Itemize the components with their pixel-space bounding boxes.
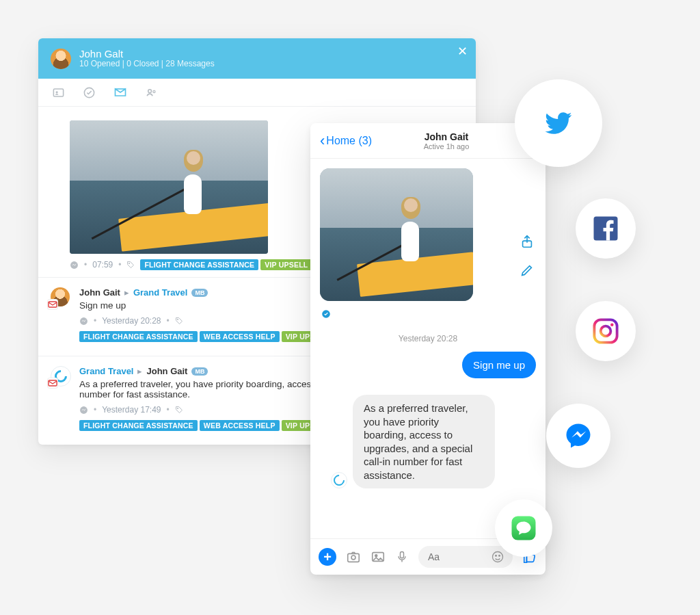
messenger-channel-icon — [79, 317, 88, 326]
tag[interactable]: WEB ACCESS HELP — [200, 331, 280, 342]
messenger-channel-icon — [70, 261, 79, 270]
back-label: Home (3) — [326, 135, 372, 147]
attachment-actions — [520, 234, 535, 278]
gallery-icon[interactable] — [371, 549, 386, 564]
svg-point-26 — [610, 323, 614, 326]
presence-status: Active 1h ago — [424, 142, 470, 151]
svg-rect-7 — [49, 302, 57, 307]
svg-point-20 — [493, 552, 503, 562]
phone-header: ‹ Home (3) John Gait Active 1h ago — [310, 123, 546, 159]
customer-avatar — [51, 49, 71, 69]
channel-pill: MB — [191, 289, 208, 297]
tag[interactable]: FLIGHT CHANGE ASSISTANCE — [140, 259, 258, 270]
camera-icon[interactable] — [346, 549, 361, 564]
social-twitter-icon — [515, 79, 602, 167]
conversation-timestamp: Yesterday 20:28 — [320, 334, 536, 343]
tab-profile[interactable] — [52, 86, 65, 99]
social-sms-icon — [495, 499, 552, 557]
svg-rect-19 — [401, 552, 404, 558]
social-facebook-icon — [576, 198, 636, 259]
to-org: Grand Travel — [133, 287, 187, 298]
to-user: John Gait — [146, 366, 187, 376]
agent-tabs — [38, 79, 476, 107]
tag[interactable]: FLIGHT CHANGE ASSISTANCE — [79, 420, 198, 431]
from-org: Grand Travel — [79, 366, 133, 376]
svg-rect-24 — [594, 319, 617, 342]
chevron-left-icon: ‹ — [320, 133, 325, 148]
customer-name: John Galt — [79, 48, 215, 60]
share-icon[interactable] — [520, 234, 535, 249]
back-button[interactable]: ‹ Home (3) — [320, 133, 372, 148]
tag[interactable]: FLIGHT CHANGE ASSISTANCE — [79, 331, 198, 342]
svg-point-12 — [177, 408, 178, 408]
message-attachment-image[interactable] — [70, 120, 268, 254]
conversation-title: John Gait — [424, 131, 470, 142]
channel-badge — [48, 300, 57, 309]
social-instagram-icon — [576, 301, 636, 361]
channel-pill: MB — [191, 367, 208, 376]
svg-point-22 — [499, 555, 500, 557]
messenger-channel-icon — [79, 406, 88, 415]
svg-point-3 — [148, 89, 152, 92]
emoji-icon[interactable] — [491, 550, 504, 564]
compose-input[interactable] — [427, 551, 484, 563]
message-attachment-image[interactable] — [320, 168, 473, 301]
tag-icon — [126, 261, 135, 269]
tag[interactable]: VIP UPSELL — [260, 259, 312, 270]
tab-messages[interactable] — [113, 86, 127, 99]
sender-mini-avatar — [331, 472, 347, 488]
svg-point-21 — [496, 555, 497, 557]
social-messenger-icon — [546, 404, 610, 468]
svg-point-16 — [351, 555, 355, 560]
svg-point-1 — [56, 91, 58, 93]
compose-field[interactable] — [418, 546, 513, 568]
message-time: Yesterday 20:28 — [102, 316, 161, 326]
sent-message[interactable]: Sign me up — [462, 352, 536, 379]
received-message[interactable]: As a preferred traveler, you have priori… — [353, 395, 495, 488]
verified-icon — [321, 309, 536, 319]
close-icon[interactable]: ✕ — [457, 45, 468, 57]
svg-rect-10 — [49, 380, 57, 386]
tag-icon — [175, 406, 183, 414]
svg-rect-0 — [53, 89, 63, 96]
svg-point-6 — [129, 263, 130, 263]
received-message-row: As a preferred traveler, you have priori… — [320, 388, 506, 495]
edit-icon[interactable] — [520, 263, 535, 278]
agent-window-header: John Galt 10 Opened | 0 Closed | 28 Mess… — [38, 38, 476, 79]
svg-point-25 — [601, 326, 611, 337]
message-time: 07:59 — [92, 260, 113, 270]
svg-point-9 — [177, 319, 178, 319]
arrow-icon: ▸ — [124, 287, 129, 298]
tab-contacts[interactable] — [145, 86, 158, 99]
customer-stats: 10 Opened | 0 Closed | 28 Messages — [79, 60, 215, 69]
tag-icon — [175, 317, 183, 325]
svg-point-4 — [153, 90, 155, 92]
message-tags: FLIGHT CHANGE ASSISTANCE VIP UPSELL — [140, 259, 312, 270]
message-time: Yesterday 17:49 — [102, 405, 161, 415]
tag[interactable]: WEB ACCESS HELP — [200, 420, 280, 431]
svg-point-18 — [375, 555, 377, 557]
microphone-icon[interactable] — [395, 550, 409, 564]
from-user: John Gait — [79, 287, 120, 298]
add-attachment-button[interactable]: + — [319, 548, 336, 566]
channel-badge — [48, 378, 57, 388]
arrow-icon: ▸ — [137, 366, 142, 376]
tab-tasks[interactable] — [83, 86, 96, 99]
